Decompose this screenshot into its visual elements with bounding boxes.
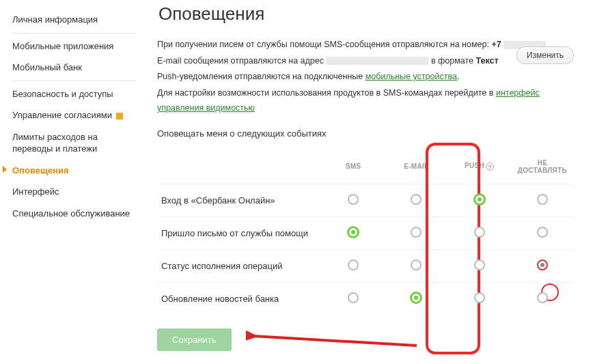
radio-sms[interactable] [348,292,359,303]
col-sms: SMS [322,151,385,184]
sidebar-item-mobile-apps[interactable]: Мобильные приложения [12,33,137,55]
annotation-arrow [246,325,424,352]
radio-push[interactable] [474,292,485,303]
events-subtitle: Оповещать меня о следующих событиях [157,128,574,139]
radio-push[interactable] [474,260,485,270]
radio-email[interactable] [411,292,422,303]
col-push: PUSH? [448,151,511,184]
sidebar-item-consents[interactable]: Управление согласиями [12,102,137,124]
radio-none[interactable] [537,260,548,270]
sidebar: Личная информация Мобильные приложения М… [0,0,137,358]
page-title: Оповещения [158,3,574,25]
mobile-devices-link[interactable]: мобильные устройства [366,72,457,81]
notifications-table: SMS E-MAIL PUSH? НЕ ДОСТАВЛЯТЬ Вход в «С… [157,151,574,315]
main-content: Оповещения Изменить При получении писем … [137,0,593,358]
col-event [157,151,322,184]
radio-none[interactable] [537,194,548,205]
radio-sms[interactable] [348,227,359,238]
event-label: Обновление новостей банка [157,282,322,315]
change-button[interactable]: Изменить [516,46,574,64]
email-redacted [326,57,428,65]
event-label: Статус исполнения операций [157,249,322,282]
radio-sms[interactable] [348,260,359,270]
table-row: Обновление новостей банка [157,282,574,315]
sidebar-item-notifications[interactable]: Оповещения [12,158,137,180]
event-label: Пришло письмо от службы помощи [157,216,322,249]
radio-push[interactable] [474,194,485,205]
radio-push[interactable] [474,227,485,238]
event-label: Вход в «Сбербанк Онлайн» [157,184,322,216]
svg-line-1 [253,336,417,346]
warning-icon [116,113,123,120]
radio-none[interactable] [537,227,548,238]
sidebar-item-security[interactable]: Безопасность и доступы [12,81,137,103]
save-button[interactable]: Сохранить [157,328,232,351]
table-row: Пришло письмо от службы помощи [157,216,574,249]
radio-email[interactable] [411,194,422,205]
radio-email[interactable] [411,260,422,270]
sidebar-item-special[interactable]: Специальное обслуживание [12,201,137,223]
table-row: Вход в «Сбербанк Онлайн» [157,184,574,216]
radio-email[interactable] [411,227,422,238]
sidebar-item-limits[interactable]: Лимиты расходов на переводы и платежи [12,124,137,158]
sidebar-item-interface[interactable]: Интерфейс [12,179,137,201]
radio-none[interactable] [537,292,548,303]
sidebar-item-personal[interactable]: Личная информация [12,7,137,33]
radio-sms[interactable] [348,194,359,205]
col-email: E-MAIL [385,151,447,184]
sidebar-item-mobile-bank[interactable]: Мобильный банк [12,55,137,81]
intro-block: Изменить При получении писем от службы п… [157,37,574,116]
help-icon[interactable]: ? [486,163,494,171]
table-row: Статус исполнения операций [157,249,574,282]
col-none: НЕ ДОСТАВЛЯТЬ [511,151,574,184]
